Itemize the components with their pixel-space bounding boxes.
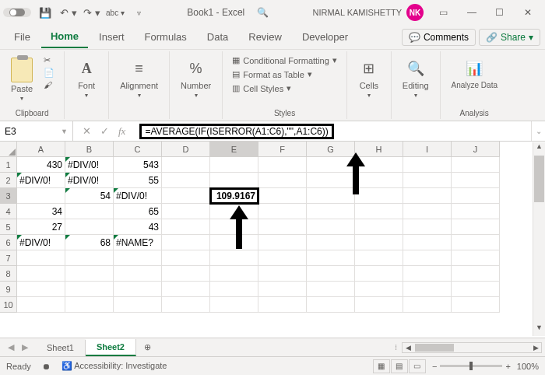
cell-C8[interactable] — [114, 266, 162, 282]
cell-B4[interactable] — [65, 204, 114, 219]
cell-F4[interactable] — [258, 204, 307, 219]
row-header[interactable]: 3 — [0, 188, 17, 204]
paste-button[interactable]: Paste ▾ — [6, 54, 37, 105]
page-layout-icon[interactable]: ▤ — [391, 359, 408, 373]
cell-H10[interactable] — [355, 297, 403, 313]
page-break-icon[interactable]: ▭ — [409, 359, 426, 373]
cell-C2[interactable]: 55 — [114, 173, 162, 188]
cell-F1[interactable] — [258, 157, 307, 173]
editing-button[interactable]: 🔍 Editing ▾ — [398, 54, 434, 102]
column-header[interactable]: A — [17, 142, 65, 157]
cell-J1[interactable] — [452, 157, 500, 173]
cell-H6[interactable] — [355, 235, 403, 250]
tab-home[interactable]: Home — [41, 26, 88, 48]
alignment-button[interactable]: ≡ Alignment ▾ — [115, 54, 163, 102]
formula-input[interactable]: =AVERAGE(IF(ISERROR(A1:C6),"",A1:C6)) — [135, 121, 531, 141]
cells-button[interactable]: ⊞ Cells ▾ — [353, 54, 385, 102]
select-all-corner[interactable] — [0, 142, 17, 157]
cell-E1[interactable] — [210, 157, 258, 173]
cell-B5[interactable] — [65, 219, 114, 235]
conditional-formatting-button[interactable]: ▦ Conditional Formatting ▾ — [229, 54, 340, 66]
cell-J10[interactable] — [452, 297, 500, 313]
expand-formula-icon[interactable]: ⌄ — [531, 121, 545, 141]
spreadsheet-grid[interactable]: ABCDEFGHIJ1430#DIV/0!5432#DIV/0!#DIV/0!5… — [0, 142, 545, 313]
format-painter-icon[interactable]: 🖌 — [40, 79, 58, 90]
cell-B9[interactable] — [65, 282, 114, 297]
zoom-level[interactable]: 100% — [517, 362, 539, 371]
row-header[interactable]: 9 — [0, 282, 17, 297]
tab-insert[interactable]: Insert — [90, 26, 134, 47]
cell-F6[interactable] — [258, 235, 307, 250]
search-box[interactable]: 🔍 — [252, 5, 273, 19]
cell-G7[interactable] — [307, 250, 355, 266]
cell-F7[interactable] — [258, 250, 307, 266]
cell-A5[interactable]: 27 — [17, 219, 65, 235]
cell-I4[interactable] — [403, 204, 452, 219]
zoom-in-icon[interactable]: + — [505, 362, 510, 371]
cell-B7[interactable] — [65, 250, 114, 266]
cell-G6[interactable] — [307, 235, 355, 250]
cell-I10[interactable] — [403, 297, 452, 313]
cell-D2[interactable] — [162, 173, 210, 188]
cell-J6[interactable] — [452, 235, 500, 250]
cell-I5[interactable] — [403, 219, 452, 235]
tab-review[interactable]: Review — [239, 26, 291, 47]
cell-A3[interactable] — [17, 188, 65, 204]
normal-view-icon[interactable]: ▦ — [373, 359, 390, 373]
sheet-tab-1[interactable]: Sheet1 — [36, 340, 86, 355]
cell-E2[interactable] — [210, 173, 258, 188]
enter-formula-icon[interactable]: ✓ — [100, 125, 109, 137]
row-header[interactable]: 4 — [0, 204, 17, 219]
cell-D10[interactable] — [162, 297, 210, 313]
cell-A7[interactable] — [17, 250, 65, 266]
cell-C9[interactable] — [114, 282, 162, 297]
qa-customize-icon[interactable]: ▿ — [129, 3, 148, 22]
column-header[interactable]: C — [114, 142, 162, 157]
cell-G8[interactable] — [307, 266, 355, 282]
font-button[interactable]: A Font ▾ — [71, 54, 102, 102]
comments-button[interactable]: 💬 Comments — [402, 29, 476, 46]
cell-B10[interactable] — [65, 297, 114, 313]
cell-C7[interactable] — [114, 250, 162, 266]
row-header[interactable]: 5 — [0, 219, 17, 235]
row-header[interactable]: 1 — [0, 157, 17, 173]
row-header[interactable]: 7 — [0, 250, 17, 266]
cell-B6[interactable]: 68 — [65, 235, 114, 250]
cell-C4[interactable]: 65 — [114, 204, 162, 219]
cell-C3[interactable]: #DIV/0! — [114, 188, 162, 204]
cell-F8[interactable] — [258, 266, 307, 282]
column-header[interactable]: E — [210, 142, 258, 157]
hscroll-thumb[interactable] — [415, 344, 454, 352]
cell-G4[interactable] — [307, 204, 355, 219]
cell-G9[interactable] — [307, 282, 355, 297]
cell-J2[interactable] — [452, 173, 500, 188]
cell-B2[interactable]: #DIV/0! — [65, 173, 114, 188]
cell-E8[interactable] — [210, 266, 258, 282]
cell-E10[interactable] — [210, 297, 258, 313]
cell-I1[interactable] — [403, 157, 452, 173]
cell-A4[interactable]: 34 — [17, 204, 65, 219]
cell-E7[interactable] — [210, 250, 258, 266]
cell-H5[interactable] — [355, 219, 403, 235]
format-as-table-button[interactable]: ▤ Format as Table ▾ — [229, 68, 340, 80]
undo-icon[interactable]: ↶ ▾ — [59, 3, 78, 22]
row-header[interactable]: 6 — [0, 235, 17, 250]
cell-A1[interactable]: 430 — [17, 157, 65, 173]
cell-A6[interactable]: #DIV/0! — [17, 235, 65, 250]
cell-J3[interactable] — [452, 188, 500, 204]
cell-C6[interactable]: #NAME? — [114, 235, 162, 250]
chevron-down-icon[interactable]: ▼ — [61, 128, 68, 135]
cell-C1[interactable]: 543 — [114, 157, 162, 173]
cell-D6[interactable] — [162, 235, 210, 250]
cell-A9[interactable] — [17, 282, 65, 297]
add-sheet-button[interactable]: ⊕ — [136, 339, 159, 355]
cell-C10[interactable] — [114, 297, 162, 313]
cell-B1[interactable]: #DIV/0! — [65, 157, 114, 173]
cell-I2[interactable] — [403, 173, 452, 188]
column-header[interactable]: D — [162, 142, 210, 157]
cell-D4[interactable] — [162, 204, 210, 219]
cell-G5[interactable] — [307, 219, 355, 235]
cell-D7[interactable] — [162, 250, 210, 266]
cell-D9[interactable] — [162, 282, 210, 297]
user-account[interactable]: NIRMAL KAMISHETTY NK — [312, 4, 424, 21]
